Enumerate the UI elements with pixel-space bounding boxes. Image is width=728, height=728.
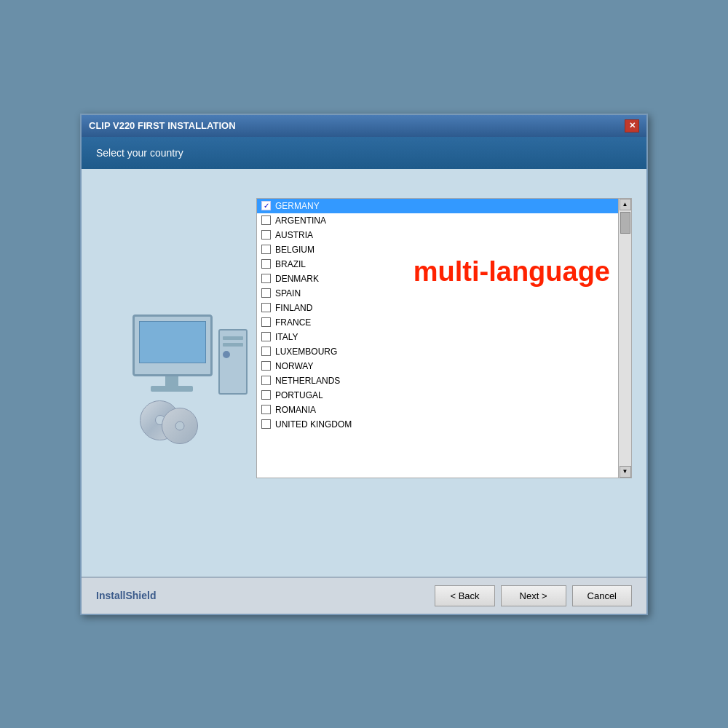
list-container: ✓GERMANYARGENTINAAUSTRIABELGIUMBRAZILDEN…: [256, 198, 632, 478]
list-item[interactable]: ARGENTINA: [257, 213, 618, 228]
country-checkbox[interactable]: [261, 419, 271, 429]
country-checkbox[interactable]: [261, 303, 271, 312]
content-area: ✓GERMANYARGENTINAAUSTRIABELGIUMBRAZILDEN…: [82, 169, 646, 577]
country-checkbox[interactable]: [261, 230, 271, 240]
country-name: AUSTRIA: [275, 230, 313, 240]
country-checkbox[interactable]: [261, 317, 271, 327]
tower-drive-1: [223, 336, 243, 340]
country-checkbox[interactable]: [261, 259, 271, 269]
country-name: SPAIN: [275, 288, 301, 298]
country-name: NETHERLANDS: [275, 376, 340, 386]
tower: [218, 329, 248, 395]
list-item[interactable]: SPAIN: [257, 286, 618, 301]
list-item[interactable]: NORWAY: [257, 359, 618, 373]
monitor-stand: [165, 376, 178, 387]
country-list[interactable]: ✓GERMANYARGENTINAAUSTRIABELGIUMBRAZILDEN…: [256, 198, 619, 478]
list-item[interactable]: ROMANIA: [257, 403, 618, 417]
country-name: FINLAND: [275, 303, 312, 313]
country-name: BRAZIL: [275, 259, 306, 269]
country-name: UNITED KINGDOM: [275, 419, 352, 430]
tower-power-button: [223, 351, 230, 358]
country-name: GERMANY: [275, 201, 320, 211]
list-item[interactable]: LUXEMBOURG: [257, 344, 618, 359]
list-item[interactable]: DENMARK: [257, 272, 618, 286]
country-checkbox[interactable]: [261, 347, 271, 356]
list-item[interactable]: UNITED KINGDOM: [257, 417, 618, 432]
monitor: [132, 314, 213, 376]
header-bar: Select your country: [82, 137, 646, 169]
scroll-thumb[interactable]: [620, 212, 630, 234]
country-name: LUXEMBOURG: [275, 347, 337, 357]
header-text: Select your country: [96, 147, 183, 159]
country-checkbox[interactable]: [261, 361, 271, 371]
window-title: CLIP V220 FIRST INSTALLATION: [89, 120, 236, 131]
country-name: PORTUGAL: [275, 390, 323, 400]
next-button[interactable]: Next >: [501, 585, 566, 606]
brand-bold: Shield: [125, 590, 156, 601]
country-checkbox[interactable]: ✓: [261, 201, 271, 210]
country-name: ITALY: [275, 332, 298, 342]
country-checkbox[interactable]: [261, 274, 271, 283]
list-item[interactable]: PORTUGAL: [257, 388, 618, 403]
list-item[interactable]: ITALY: [257, 330, 618, 344]
country-name: ARGENTINA: [275, 215, 326, 226]
list-item[interactable]: FRANCE: [257, 315, 618, 330]
country-name: DENMARK: [275, 274, 319, 284]
country-checkbox[interactable]: [261, 376, 271, 385]
list-item[interactable]: ✓GERMANY: [257, 199, 618, 213]
country-checkbox[interactable]: [261, 215, 271, 225]
close-button[interactable]: ✕: [625, 119, 639, 132]
footer-buttons: < Back Next > Cancel: [435, 585, 632, 606]
country-checkbox[interactable]: [261, 245, 271, 254]
left-panel: [96, 191, 256, 562]
country-checkbox[interactable]: [261, 288, 271, 298]
list-item[interactable]: NETHERLANDS: [257, 373, 618, 388]
scroll-down-button[interactable]: ▼: [620, 466, 631, 478]
country-name: BELGIUM: [275, 245, 314, 255]
computer-illustration: [118, 314, 234, 438]
monitor-screen: [139, 321, 206, 363]
scrollbar[interactable]: ▲ ▼: [619, 198, 632, 478]
tower-drive-2: [223, 343, 243, 347]
title-bar: CLIP V220 FIRST INSTALLATION ✕: [82, 115, 646, 137]
list-item[interactable]: AUSTRIA: [257, 228, 618, 242]
back-button[interactable]: < Back: [435, 585, 494, 606]
brand-regular: Install: [96, 590, 125, 601]
cancel-button[interactable]: Cancel: [572, 585, 632, 606]
list-item[interactable]: BRAZIL: [257, 257, 618, 272]
country-checkbox[interactable]: [261, 390, 271, 400]
country-name: ROMANIA: [275, 405, 316, 415]
right-panel: ✓GERMANYARGENTINAAUSTRIABELGIUMBRAZILDEN…: [256, 191, 632, 562]
list-item[interactable]: BELGIUM: [257, 242, 618, 257]
installshield-logo: InstallShield: [96, 590, 156, 601]
footer-bar: InstallShield < Back Next > Cancel: [82, 577, 646, 614]
list-item[interactable]: FINLAND: [257, 301, 618, 315]
country-name: NORWAY: [275, 361, 313, 371]
monitor-base: [151, 386, 193, 392]
main-window: CLIP V220 FIRST INSTALLATION ✕ Select yo…: [80, 114, 648, 615]
scroll-up-button[interactable]: ▲: [620, 199, 631, 210]
country-checkbox[interactable]: [261, 332, 271, 341]
country-checkbox[interactable]: [261, 405, 271, 414]
cd-disc-2: [162, 408, 198, 444]
country-name: FRANCE: [275, 317, 311, 328]
